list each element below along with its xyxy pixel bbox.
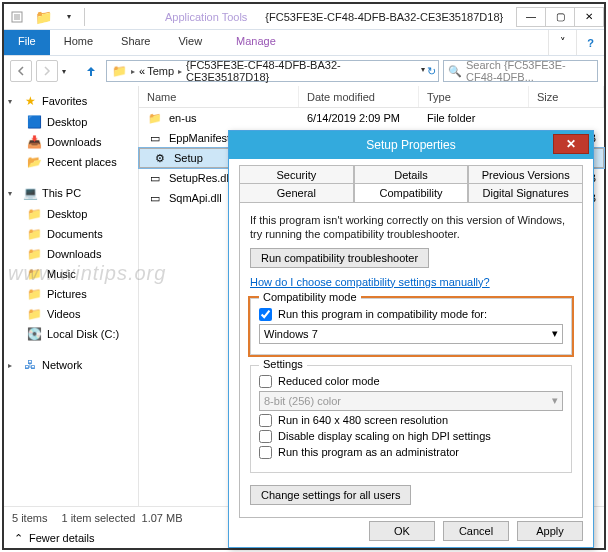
- ok-button[interactable]: OK: [369, 521, 435, 541]
- tree-fav-downloads[interactable]: 📥Downloads: [4, 132, 138, 152]
- star-icon: ★: [22, 93, 38, 109]
- tree-thispc[interactable]: ▾💻This PC: [4, 182, 138, 204]
- nav-back-button[interactable]: [10, 60, 32, 82]
- close-button[interactable]: ✕: [574, 7, 604, 27]
- tree-network[interactable]: ▸🖧Network: [4, 354, 138, 376]
- ribbon-manage[interactable]: Manage: [222, 30, 290, 55]
- file-icon: 📁: [147, 110, 163, 126]
- col-size[interactable]: Size: [529, 86, 604, 107]
- file-type: File folder: [419, 112, 529, 124]
- tab-general[interactable]: General: [239, 183, 354, 202]
- folder-icon: 📁: [26, 286, 42, 302]
- ribbon-home[interactable]: Home: [50, 30, 107, 55]
- tab-details[interactable]: Details: [354, 165, 469, 184]
- address-bar[interactable]: 📁 ▸ « Temp ▸ {FC53FE3E-CF48-4DFB-BA32-CE…: [106, 60, 439, 82]
- properties-dialog: Setup Properties ✕ Security Details Prev…: [228, 130, 594, 548]
- tab-digital-signatures[interactable]: Digital Signatures: [468, 183, 583, 202]
- breadcrumb-prefix: «: [139, 65, 145, 77]
- settings-label: Settings: [259, 358, 307, 370]
- run-640x480-checkbox[interactable]: Run in 640 x 480 screen resolution: [259, 414, 563, 427]
- refresh-icon[interactable]: ↻: [427, 65, 436, 78]
- tree-network-label: Network: [42, 359, 82, 371]
- tab-previous-versions[interactable]: Previous Versions: [468, 165, 583, 184]
- downloads-icon: 📥: [26, 134, 42, 150]
- maximize-button[interactable]: ▢: [545, 7, 575, 27]
- compat-os-select[interactable]: Windows 7▾: [259, 324, 563, 344]
- drive-icon: 💽: [26, 326, 42, 342]
- nav-up-button[interactable]: [80, 60, 102, 82]
- search-icon: 🔍: [448, 65, 462, 78]
- run-as-admin-checkbox[interactable]: Run this program as an administrator: [259, 446, 563, 459]
- file-name: en-us: [169, 112, 197, 124]
- crumb-temp[interactable]: Temp: [147, 65, 174, 77]
- tree-pc-videos[interactable]: 📁Videos: [4, 304, 138, 324]
- tree-pc-pictures[interactable]: 📁Pictures: [4, 284, 138, 304]
- ribbon-help-icon[interactable]: ?: [576, 30, 604, 55]
- disable-dpi-checkbox[interactable]: Disable display scaling on high DPI sett…: [259, 430, 563, 443]
- qa-dropdown-icon[interactable]: ▾: [60, 8, 78, 26]
- compat-help-link[interactable]: How do I choose compatibility settings m…: [250, 276, 572, 288]
- tab-compatibility[interactable]: Compatibility: [354, 183, 469, 202]
- chevron-right-icon[interactable]: ▸: [176, 67, 184, 76]
- minimize-button[interactable]: —: [516, 7, 546, 27]
- chevron-right-icon[interactable]: ▸: [129, 67, 137, 76]
- fewer-details-link[interactable]: ⌃Fewer details: [4, 528, 104, 548]
- nav-tree[interactable]: ▾★Favorites 🟦Desktop 📥Downloads 📂Recent …: [4, 86, 139, 522]
- tree-thispc-label: This PC: [42, 187, 81, 199]
- col-type[interactable]: Type: [419, 86, 529, 107]
- ribbon-share[interactable]: Share: [107, 30, 164, 55]
- tree-pc-desktop[interactable]: 📁Desktop: [4, 204, 138, 224]
- col-name[interactable]: Name: [139, 86, 299, 107]
- status-selected: 1 item selected 1.07 MB: [61, 512, 182, 524]
- chevron-down-icon: ▾: [552, 394, 558, 407]
- color-depth-select: 8-bit (256) color▾: [259, 391, 563, 411]
- tree-favorites-label: Favorites: [42, 95, 87, 107]
- compat-mode-checkbox[interactable]: Run this program in compatibility mode f…: [259, 308, 563, 321]
- crumb-guid[interactable]: {FC53FE3E-CF48-4DFB-BA32-CE3E35187D18}: [186, 59, 419, 83]
- qa-properties-icon[interactable]: [8, 8, 26, 26]
- nav-forward-button[interactable]: [36, 60, 58, 82]
- recent-icon: 📂: [26, 154, 42, 170]
- folder-icon: 📁: [26, 246, 42, 262]
- run-troubleshooter-button[interactable]: Run compatibility troubleshooter: [250, 248, 429, 268]
- compat-intro: If this program isn't working correctly …: [250, 213, 572, 242]
- col-date[interactable]: Date modified: [299, 86, 419, 107]
- folder-icon: 📁: [26, 306, 42, 322]
- folder-icon: 📁: [26, 266, 42, 282]
- file-name: SetupRes.dll: [169, 172, 231, 184]
- tree-pc-localdisk[interactable]: 💽Local Disk (C:): [4, 324, 138, 344]
- reduced-color-checkbox[interactable]: Reduced color mode: [259, 375, 563, 388]
- ribbon-expand-icon[interactable]: ˅: [548, 30, 576, 55]
- file-icon: ⚙: [152, 150, 168, 166]
- tree-pc-music[interactable]: 📁Music: [4, 264, 138, 284]
- file-row[interactable]: 📁en-us6/14/2019 2:09 PMFile folder: [139, 108, 604, 128]
- folder-icon: 📁: [111, 63, 127, 79]
- file-icon: ▭: [147, 130, 163, 146]
- tree-favorites[interactable]: ▾★Favorites: [4, 90, 138, 112]
- status-items: 5 items: [12, 512, 47, 524]
- qa-newfolder-icon[interactable]: 📁: [34, 8, 52, 26]
- folder-icon: 📁: [26, 206, 42, 222]
- context-tab-label: Application Tools: [157, 9, 255, 25]
- dialog-close-button[interactable]: ✕: [553, 134, 589, 154]
- chevron-up-icon: ⌃: [14, 532, 23, 545]
- tab-security[interactable]: Security: [239, 165, 354, 184]
- tree-fav-recent[interactable]: 📂Recent places: [4, 152, 138, 172]
- chevron-down-icon: ▾: [552, 327, 558, 340]
- nav-history-dropdown[interactable]: ▾: [62, 67, 76, 76]
- compat-mode-group: Compatibility mode Run this program in c…: [250, 298, 572, 355]
- cancel-button[interactable]: Cancel: [443, 521, 509, 541]
- file-name: SqmApi.dll: [169, 192, 222, 204]
- apply-button[interactable]: Apply: [517, 521, 583, 541]
- desktop-icon: 🟦: [26, 114, 42, 130]
- search-input[interactable]: 🔍 Search {FC53FE3E-CF48-4DFB...: [443, 60, 598, 82]
- ribbon-view[interactable]: View: [164, 30, 216, 55]
- compat-mode-label: Compatibility mode: [259, 291, 361, 303]
- change-all-users-button[interactable]: Change settings for all users: [250, 485, 411, 505]
- tree-fav-desktop[interactable]: 🟦Desktop: [4, 112, 138, 132]
- tree-pc-documents[interactable]: 📁Documents: [4, 224, 138, 244]
- address-dropdown-icon[interactable]: ▾: [421, 65, 425, 78]
- file-icon: ▭: [147, 190, 163, 206]
- ribbon-file[interactable]: File: [4, 30, 50, 55]
- tree-pc-downloads[interactable]: 📁Downloads: [4, 244, 138, 264]
